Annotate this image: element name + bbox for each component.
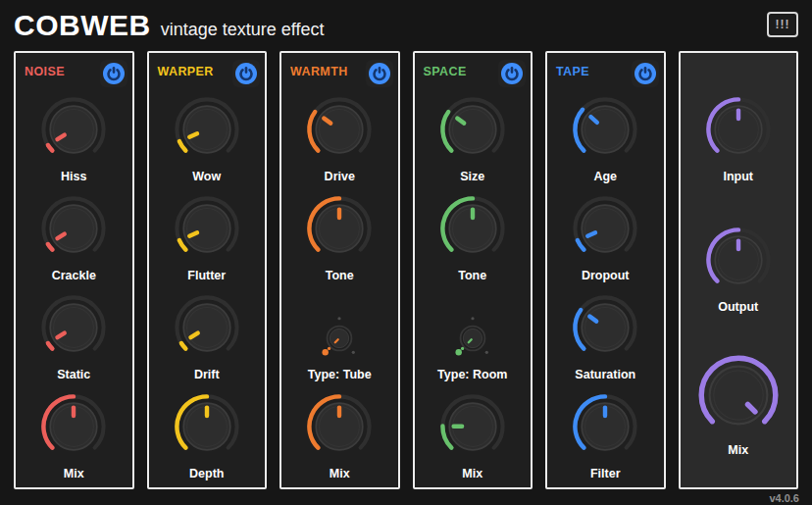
section-header: WARMTH <box>281 53 398 84</box>
section-panel-noise: NOISE Hiss Crackle Static Mix <box>14 51 134 489</box>
knob-dial <box>174 96 240 163</box>
section-title-tape: TAPE <box>556 60 589 78</box>
knob-label: Hiss <box>61 170 86 183</box>
title-bar: COBWEB vintage texture effect !!! <box>0 0 812 51</box>
knob-space-type-room[interactable]: Type: Room <box>437 287 507 381</box>
knob-master-input[interactable]: Input <box>705 81 772 183</box>
power-icon <box>500 62 524 85</box>
section-header: TAPE <box>547 53 664 84</box>
knob-noise-mix[interactable]: Mix <box>40 386 107 480</box>
knob-dial <box>572 393 638 460</box>
master-panel: Input Output Mix <box>679 51 799 489</box>
knob-dial <box>317 316 362 361</box>
knob-label: Drive <box>325 170 355 183</box>
knob-tape-filter[interactable]: Filter <box>572 386 638 480</box>
panels-row: NOISE Hiss Crackle Static Mix WARPER Wow <box>0 51 812 489</box>
knob-warper-wow[interactable]: Wow <box>174 89 240 183</box>
knob-warmth-type-tube[interactable]: Type: Tube <box>308 287 372 381</box>
plugin-logo: COBWEB <box>14 10 151 41</box>
section-title-space: SPACE <box>424 60 467 78</box>
section-panel-warmth: WARMTH Drive Tone Type: Tube Mix <box>279 51 400 489</box>
knob-dial <box>306 195 373 262</box>
knob-noise-static[interactable]: Static <box>40 287 107 381</box>
knob-label: Filter <box>590 467 621 480</box>
knob-warper-depth[interactable]: Depth <box>174 386 240 480</box>
knob-dial <box>40 294 107 361</box>
knob-dial <box>572 195 638 262</box>
knob-label: Saturation <box>575 368 635 381</box>
knob-label: Mix <box>728 443 748 457</box>
knob-label: Tone <box>458 269 486 282</box>
knob-column: Size Tone Type: Room Mix <box>415 84 532 487</box>
knob-column: Age Dropout Saturation Filter <box>547 84 664 487</box>
knob-column: Hiss Crackle Static Mix <box>16 84 132 487</box>
knob-dial <box>40 195 107 262</box>
knob-label: Mix <box>64 467 84 480</box>
power-icon <box>368 62 391 85</box>
knob-dial <box>174 195 240 262</box>
knob-dial <box>174 393 240 460</box>
section-panel-tape: TAPE Age Dropout Saturation Filter <box>545 51 666 489</box>
knob-label: Type: Room <box>437 368 507 381</box>
section-header: NOISE <box>16 53 132 84</box>
knob-label: Size <box>460 170 484 183</box>
section-title-noise: NOISE <box>25 60 65 78</box>
menu-button[interactable]: !!! <box>767 12 798 37</box>
knob-noise-hiss[interactable]: Hiss <box>40 89 107 183</box>
knob-space-mix[interactable]: Mix <box>439 386 506 480</box>
knob-tape-dropout[interactable]: Dropout <box>572 188 638 282</box>
version-label: v4.0.6 <box>769 492 799 504</box>
knob-dial <box>174 294 240 361</box>
knob-dial <box>572 294 638 361</box>
knob-dial <box>306 393 373 460</box>
knob-dial <box>306 96 373 163</box>
knob-dial <box>705 96 772 163</box>
knob-label: Mix <box>330 467 350 480</box>
plugin-subtitle: vintage texture effect <box>161 20 325 40</box>
knob-label: Depth <box>189 467 224 480</box>
knob-label: Wow <box>192 170 221 183</box>
knob-warmth-tone[interactable]: Tone <box>306 188 373 282</box>
section-title-warmth: WARMTH <box>290 60 348 78</box>
section-title-warper: WARPER <box>158 60 214 78</box>
knob-dial <box>439 195 506 262</box>
knob-noise-crackle[interactable]: Crackle <box>40 188 107 282</box>
knob-warmth-mix[interactable]: Mix <box>306 386 373 480</box>
power-button-space[interactable] <box>498 60 526 87</box>
knob-label: Flutter <box>187 269 226 282</box>
knob-label: Static <box>57 368 90 381</box>
knob-dial <box>572 96 638 163</box>
knob-warper-flutter[interactable]: Flutter <box>174 188 240 282</box>
knob-label: Tone <box>326 269 354 282</box>
knob-warmth-drive[interactable]: Drive <box>306 89 373 183</box>
section-header: SPACE <box>415 53 532 84</box>
knob-column: Wow Flutter Drift Depth <box>149 84 266 487</box>
section-panel-warper: WARPER Wow Flutter Drift Depth <box>147 51 268 489</box>
power-button-warper[interactable] <box>232 60 260 87</box>
knob-dial <box>40 96 107 163</box>
knob-dial <box>450 316 495 361</box>
knob-label: Output <box>718 300 758 314</box>
knob-dial <box>705 227 772 293</box>
knob-space-tone[interactable]: Tone <box>439 188 506 282</box>
power-button-noise[interactable] <box>100 60 127 87</box>
power-button-tape[interactable] <box>632 60 659 87</box>
knob-label: Input <box>723 170 753 183</box>
power-icon <box>634 62 657 85</box>
knob-dial <box>439 96 506 163</box>
power-icon <box>102 62 126 85</box>
section-panel-space: SPACE Size Tone Type: Room Mix <box>413 51 533 489</box>
knob-warper-drift[interactable]: Drift <box>174 287 240 381</box>
knob-tape-age[interactable]: Age <box>572 89 638 183</box>
power-button-warmth[interactable] <box>366 60 393 87</box>
section-header: WARPER <box>149 53 266 84</box>
knob-tape-saturation[interactable]: Saturation <box>572 287 638 381</box>
knob-master-mix[interactable]: Mix <box>697 341 780 457</box>
power-icon <box>234 62 258 85</box>
knob-master-output[interactable]: Output <box>705 212 772 314</box>
knob-label: Type: Tube <box>308 368 372 381</box>
knob-space-size[interactable]: Size <box>439 89 506 183</box>
knob-label: Mix <box>462 467 482 480</box>
knob-label: Dropout <box>582 269 630 282</box>
knob-label: Age <box>593 170 617 183</box>
